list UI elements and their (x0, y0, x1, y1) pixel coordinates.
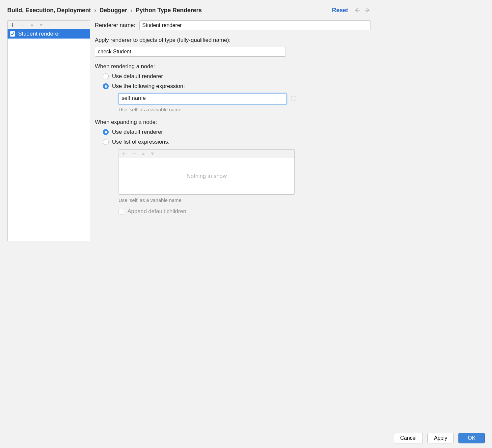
breadcrumb-item-debugger[interactable]: Debugger (99, 7, 127, 14)
apply-type-label: Apply renderer to objects of type (fully… (95, 37, 370, 43)
expand-node-heading: When expanding a node: (95, 119, 370, 126)
expand-list-radio-label: Use list of expressions: (112, 139, 170, 145)
text-caret (146, 95, 147, 102)
render-expression-radio[interactable] (103, 83, 109, 89)
renderer-list-item[interactable]: Student renderer (8, 29, 90, 39)
add-icon (122, 152, 126, 156)
header: Build, Execution, Deployment › Debugger … (7, 5, 370, 16)
forward-arrow-icon (364, 8, 370, 13)
renderer-form: Renderer name: Apply renderer to objects… (95, 20, 370, 215)
expand-expression-icon[interactable] (290, 96, 296, 102)
move-down-icon (39, 23, 43, 27)
renderer-name-label: Renderer name: (95, 22, 135, 29)
chevron-right-icon: › (130, 7, 132, 14)
breadcrumb: Build, Execution, Deployment › Debugger … (7, 7, 202, 14)
add-icon[interactable] (10, 23, 15, 27)
renderer-item-label: Student renderer (18, 31, 60, 37)
expression-input[interactable]: self.name (119, 94, 287, 104)
expression-hint: Use 'self' as a variable name (119, 107, 370, 112)
move-up-icon (30, 23, 34, 27)
expression-list-empty: Nothing to show (119, 158, 294, 194)
move-up-icon (141, 152, 145, 155)
back-arrow-icon (354, 8, 361, 13)
append-children-checkbox (119, 209, 124, 214)
render-default-radio-label: Use default renderer (112, 73, 163, 80)
render-expression-radio-label: Use the following expression: (112, 83, 185, 90)
expand-default-radio[interactable] (103, 129, 109, 135)
expression-list-hint: Use 'self' as a variable name (119, 197, 370, 203)
expression-list-toolbar (119, 150, 294, 158)
expression-list-panel: Nothing to show (119, 149, 295, 195)
renderer-list-panel: Student renderer (7, 20, 90, 241)
renderer-checkbox[interactable] (10, 31, 15, 37)
move-down-icon (150, 152, 154, 155)
type-name-input[interactable] (95, 47, 286, 57)
renderer-list-toolbar (8, 21, 90, 29)
expand-list-radio[interactable] (103, 139, 109, 145)
renderer-name-input[interactable] (139, 20, 370, 30)
remove-icon (131, 152, 136, 156)
append-children-label: Append default children (127, 208, 186, 215)
render-default-radio[interactable] (103, 73, 109, 79)
expand-default-radio-label: Use default renderer (112, 129, 163, 135)
render-node-heading: When rendering a node: (95, 63, 370, 70)
reset-link[interactable]: Reset (332, 7, 348, 14)
remove-icon[interactable] (20, 23, 25, 27)
breadcrumb-item-build[interactable]: Build, Execution, Deployment (7, 7, 91, 14)
breadcrumb-item-current: Python Type Renderers (136, 7, 202, 14)
chevron-right-icon: › (94, 7, 96, 14)
